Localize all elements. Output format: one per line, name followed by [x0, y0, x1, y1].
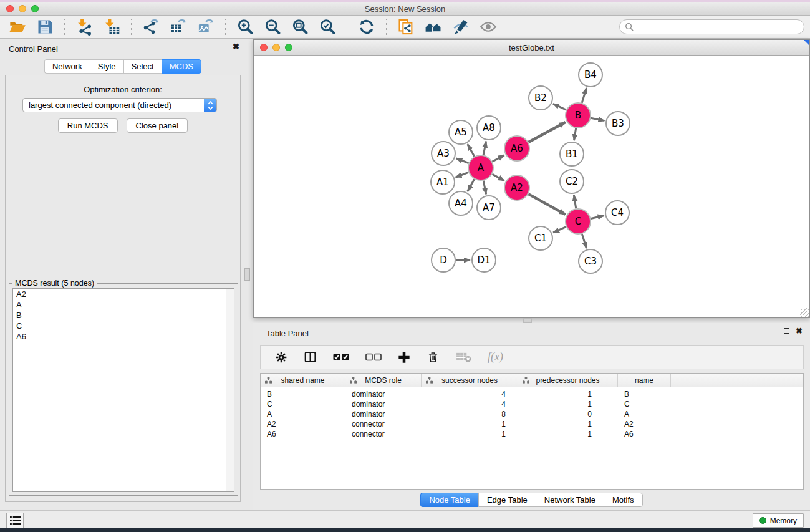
deselect-all-button[interactable] [357, 353, 390, 362]
open-session-button[interactable] [4, 17, 31, 37]
graph-node-C[interactable]: C [566, 209, 591, 234]
graph-node-A6[interactable]: A6 [504, 136, 529, 161]
refresh-layout-button[interactable] [353, 17, 380, 37]
result-item-C[interactable]: C [13, 321, 234, 331]
graph-node-C1[interactable]: C1 [529, 226, 552, 250]
graph-edge-A-A8[interactable] [483, 142, 486, 155]
graph-node-A7[interactable]: A7 [477, 196, 501, 220]
close-panel-icon[interactable]: ✖ [233, 44, 239, 49]
graph-node-A8[interactable]: A8 [477, 116, 501, 140]
graph-node-B3[interactable]: B3 [606, 112, 630, 135]
optimization-criterion-select[interactable]: largest connected component (directed) [22, 98, 217, 112]
float-panel-icon[interactable] [221, 44, 226, 49]
window-resize-grip[interactable] [800, 308, 809, 317]
delete-columns-button[interactable] [418, 351, 448, 364]
column-header-shared-name[interactable]: shared name [261, 374, 345, 387]
graph-node-C2[interactable]: C2 [560, 170, 584, 193]
search-input[interactable] [638, 22, 799, 32]
graph-node-A3[interactable]: A3 [432, 142, 455, 165]
result-item-A2[interactable]: A2 [13, 289, 234, 299]
table-row-A6[interactable]: A6connector11A6 [261, 429, 803, 439]
graph-node-D[interactable]: D [432, 248, 455, 272]
save-session-button[interactable] [31, 17, 59, 37]
clone-network-button[interactable] [392, 17, 420, 37]
tab-style[interactable]: Style [90, 59, 123, 74]
import-network-button[interactable] [70, 17, 98, 37]
close-panel-button[interactable]: Close panel [127, 118, 188, 133]
graph-edge-B-B1[interactable] [574, 128, 576, 141]
graph-edge-A-A2[interactable] [492, 174, 504, 181]
graph-edge-A-A4[interactable] [468, 179, 475, 191]
zoom-out-button[interactable] [259, 17, 286, 37]
select-all-button[interactable] [325, 353, 357, 362]
close-table-panel-icon[interactable]: ✖ [796, 328, 803, 334]
network-window-titlebar[interactable]: testGlobe.txt [254, 40, 809, 56]
zoom-selected-button[interactable] [314, 17, 341, 37]
graph-edge-A-A7[interactable] [483, 181, 486, 195]
graph-node-B[interactable]: B [566, 103, 591, 128]
graph-edge-B-B4[interactable] [582, 88, 586, 103]
graph-node-B2[interactable]: B2 [529, 86, 552, 110]
table-row-C[interactable]: Cdominator41C [261, 399, 803, 409]
graph-edge-A-A6[interactable] [493, 155, 504, 162]
hide-graphics-details-button[interactable] [447, 17, 475, 37]
tab-node-table[interactable]: Node Table [420, 493, 478, 507]
table-row-A2[interactable]: A2connector11A2 [261, 419, 803, 429]
graph-edge-A-A3[interactable] [456, 158, 469, 163]
graph-edge-A2-C[interactable] [528, 194, 565, 215]
show-columns-button[interactable] [296, 351, 325, 364]
graph-edge-C-C2[interactable] [574, 195, 576, 209]
graph-node-A4[interactable]: A4 [449, 191, 473, 215]
import-table-button[interactable] [98, 17, 125, 37]
vertical-splitter-handle[interactable] [244, 268, 250, 281]
export-image-button[interactable] [192, 17, 219, 37]
zoom-in-button[interactable] [231, 17, 259, 37]
graph-edge-A-A1[interactable] [456, 172, 469, 177]
graph-node-C4[interactable]: C4 [605, 201, 629, 225]
tab-network[interactable]: Network [44, 59, 90, 74]
column-header-name[interactable]: name [618, 374, 671, 387]
zoom-fit-button[interactable] [286, 17, 314, 37]
float-table-panel-icon[interactable] [784, 328, 789, 334]
network-canvas[interactable]: B4B2BB3B1A5A8A6A3AA1C2A4A7A2CC4C1C3DD1 [254, 56, 809, 317]
export-network-button[interactable] [137, 17, 165, 37]
graph-node-A1[interactable]: A1 [431, 170, 455, 194]
graph-edge-B-B2[interactable] [553, 104, 566, 110]
graph-edge-C-C1[interactable] [553, 227, 566, 233]
result-item-A6[interactable]: A6 [13, 331, 234, 342]
graph-node-D1[interactable]: D1 [472, 248, 496, 272]
run-mcds-button[interactable]: Run MCDS [58, 118, 118, 133]
task-history-button[interactable] [6, 513, 24, 528]
table-mode-gear-button[interactable] [267, 351, 296, 364]
mcds-result-list[interactable]: A2ABCA6 [12, 288, 234, 492]
tab-mcds[interactable]: MCDS [162, 59, 201, 74]
column-header-predecessor-nodes[interactable]: predecessor nodes [518, 374, 618, 387]
graph-edge-C-C4[interactable] [591, 216, 604, 219]
horizontal-splitter-handle[interactable] [523, 318, 532, 323]
first-neighbors-button[interactable] [420, 17, 447, 37]
result-item-A[interactable]: A [13, 299, 234, 310]
result-item-B[interactable]: B [13, 310, 234, 321]
graph-edge-A-A5[interactable] [468, 144, 475, 157]
graph-node-A2[interactable]: A2 [504, 175, 529, 200]
graph-node-B1[interactable]: B1 [560, 142, 584, 166]
table-row-B[interactable]: Bdominator41B [261, 389, 803, 399]
show-graphics-details-button[interactable] [475, 17, 502, 37]
graph-node-A[interactable]: A [468, 155, 493, 180]
result-list-scrollbar[interactable] [226, 289, 234, 491]
tab-motifs[interactable]: Motifs [604, 493, 643, 507]
create-column-button[interactable] [390, 351, 418, 364]
search-field[interactable] [619, 19, 804, 34]
tab-select[interactable]: Select [123, 59, 162, 74]
graph-edge-C-C3[interactable] [582, 234, 586, 248]
tab-network-table[interactable]: Network Table [536, 493, 604, 507]
graph-edge-A6-B[interactable] [528, 122, 565, 142]
graph-edge-B-B3[interactable] [591, 118, 605, 120]
export-table-button[interactable] [165, 17, 192, 37]
memory-button[interactable]: Memory [753, 513, 804, 528]
column-header-successor-nodes[interactable]: successor nodes [422, 374, 518, 387]
column-header-MCDS-role[interactable]: MCDS role [345, 374, 422, 387]
graph-node-B4[interactable]: B4 [579, 63, 602, 87]
tab-edge-table[interactable]: Edge Table [478, 493, 536, 507]
graph-node-A5[interactable]: A5 [449, 120, 473, 144]
